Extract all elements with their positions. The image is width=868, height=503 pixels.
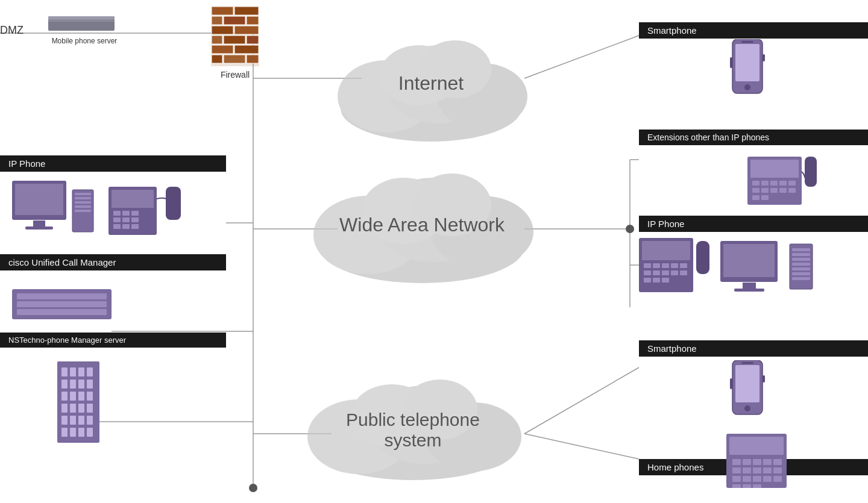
public-tel-cloud: Public telephone system	[295, 376, 530, 487]
svg-rect-78	[17, 293, 107, 299]
svg-rect-25	[224, 16, 245, 25]
home-phone-icon	[723, 422, 802, 496]
dmz-label: DMZ	[0, 24, 24, 37]
svg-rect-120	[761, 188, 769, 193]
svg-rect-35	[224, 55, 245, 63]
svg-rect-79	[17, 301, 107, 307]
svg-rect-114	[752, 181, 760, 186]
svg-point-48	[413, 173, 491, 236]
svg-rect-75	[131, 224, 139, 229]
svg-rect-160	[730, 378, 732, 389]
svg-rect-95	[70, 404, 76, 413]
svg-rect-178	[732, 484, 741, 488]
svg-rect-158	[741, 362, 753, 364]
svg-rect-58	[25, 227, 53, 230]
mobile-server-icon: Mobile phone server	[48, 15, 121, 45]
svg-rect-149	[792, 253, 810, 256]
svg-rect-115	[761, 181, 769, 186]
svg-rect-76	[166, 187, 181, 220]
svg-rect-166	[763, 459, 772, 465]
firewall-label: Firewall	[211, 70, 259, 80]
svg-rect-159	[763, 375, 765, 383]
svg-rect-116	[770, 181, 778, 186]
svg-rect-138	[680, 270, 687, 275]
svg-rect-129	[644, 263, 651, 268]
svg-rect-32	[212, 45, 233, 54]
svg-rect-61	[75, 197, 91, 199]
svg-rect-140	[653, 278, 660, 283]
svg-rect-102	[61, 428, 68, 437]
svg-rect-26	[247, 16, 259, 25]
svg-rect-142	[696, 241, 709, 274]
svg-rect-119	[752, 188, 760, 193]
network-diagram: DMZ Mobile phone server	[0, 0, 868, 503]
svg-rect-93	[87, 392, 93, 401]
ns-server-icon	[12, 286, 121, 328]
svg-point-108	[744, 84, 750, 90]
svg-rect-135	[653, 270, 660, 275]
svg-rect-86	[61, 380, 68, 389]
smartphone-mid-label: Smartphone	[639, 340, 868, 357]
ip-phone-left-icon	[12, 175, 217, 249]
svg-rect-62	[75, 201, 91, 204]
svg-rect-174	[743, 476, 751, 482]
svg-rect-168	[732, 467, 741, 473]
svg-rect-153	[792, 272, 810, 275]
svg-rect-180	[753, 484, 761, 488]
mobile-server-label: Mobile phone server	[48, 37, 121, 45]
svg-rect-89	[87, 380, 93, 389]
svg-rect-23	[234, 7, 259, 15]
svg-rect-27	[212, 26, 233, 34]
smartphone-top-label: Smartphone	[639, 22, 868, 39]
svg-rect-34	[212, 55, 222, 63]
svg-rect-100	[78, 416, 84, 425]
svg-rect-74	[122, 224, 130, 229]
svg-rect-117	[779, 181, 787, 186]
svg-line-3	[524, 36, 639, 78]
svg-rect-64	[75, 210, 91, 212]
svg-rect-137	[671, 270, 678, 275]
svg-rect-29	[212, 36, 222, 44]
svg-rect-99	[70, 416, 76, 425]
svg-rect-83	[70, 367, 76, 376]
svg-rect-56	[15, 184, 63, 215]
svg-line-10	[524, 367, 639, 434]
svg-rect-28	[234, 26, 259, 34]
svg-rect-36	[247, 55, 259, 63]
svg-rect-111	[730, 57, 732, 68]
svg-rect-72	[131, 217, 139, 222]
svg-rect-121	[770, 188, 778, 193]
svg-point-54	[403, 380, 477, 440]
svg-rect-60	[75, 193, 91, 195]
svg-rect-84	[78, 367, 84, 376]
svg-rect-146	[734, 289, 764, 292]
svg-rect-98	[61, 416, 68, 425]
svg-rect-131	[662, 263, 669, 268]
svg-rect-118	[788, 181, 796, 186]
svg-rect-110	[763, 54, 765, 61]
svg-rect-33	[234, 45, 259, 54]
svg-rect-164	[743, 459, 751, 465]
svg-rect-109	[741, 41, 753, 43]
svg-rect-136	[662, 270, 669, 275]
svg-rect-90	[61, 392, 68, 401]
svg-rect-92	[78, 392, 84, 401]
svg-rect-144	[723, 244, 775, 277]
svg-rect-175	[753, 476, 761, 482]
svg-rect-162	[729, 437, 784, 455]
svg-rect-105	[87, 428, 93, 437]
svg-rect-80	[17, 309, 107, 315]
svg-rect-68	[122, 211, 130, 216]
extensions-label: Extensions other than IP phones	[639, 130, 868, 145]
svg-rect-125	[761, 195, 769, 200]
svg-rect-163	[732, 459, 741, 465]
svg-rect-66	[112, 190, 154, 208]
svg-rect-82	[61, 367, 68, 376]
svg-rect-165	[753, 459, 761, 465]
svg-rect-176	[763, 476, 772, 482]
svg-rect-154	[792, 277, 810, 280]
svg-rect-73	[113, 224, 121, 229]
internet-cloud: Internet	[326, 36, 536, 147]
svg-rect-148	[792, 248, 810, 251]
svg-rect-130	[653, 263, 660, 268]
